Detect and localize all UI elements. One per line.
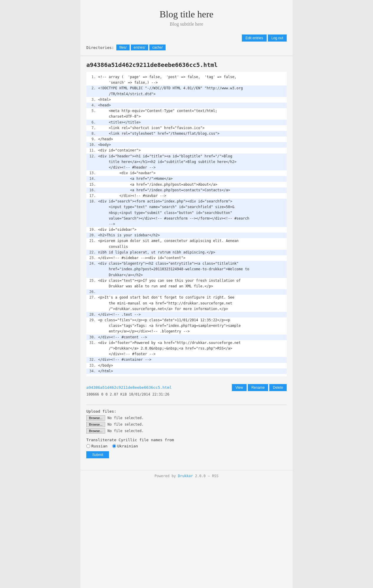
blog-title: Blog title here (86, 9, 287, 20)
upload-row-2: Browse... No file selected. (86, 422, 287, 427)
divider (80, 56, 293, 56)
code-line: 12.<div id="header"><h1 id="title"><a id… (86, 154, 287, 171)
line-number: 4. (86, 103, 98, 108)
line-content: <!DOCTYPE HTML PUBLIC "-//W3C//DTD HTML … (98, 85, 287, 97)
delete-button[interactable]: Delete (269, 384, 287, 391)
code-line: 7. <link rel="shortcut icon" href="favic… (86, 125, 287, 131)
line-number: 11. (86, 148, 98, 153)
radio-ukrainian-label[interactable]: Ukrainian (112, 444, 138, 448)
code-line: 30.</div><!-- #content --> (86, 335, 287, 340)
code-line: 34.</html> (86, 368, 287, 374)
line-content: <!-- array ( 'page' => false, 'post' => … (98, 74, 287, 85)
line-number: 17. (86, 193, 98, 199)
line-number: 34. (86, 368, 98, 374)
line-number: 28. (86, 312, 98, 317)
line-content: <title></title> (98, 120, 287, 125)
upload-row-3: Browse... No file selected. (86, 428, 287, 434)
line-number: 33. (86, 363, 98, 368)
line-number: 9. (86, 136, 98, 142)
main-content: a94386a51d462c9211de8eebe6636cc5.html 1.… (80, 58, 293, 464)
no-file-text-3: No file selected. (108, 429, 144, 433)
no-file-text-1: No file selected. (108, 416, 144, 420)
file-meta-section: a94386a51d462c9211de8eebe6636cc5.html Vi… (86, 381, 287, 402)
line-content: <p>It's a good start but don't forget to… (98, 295, 287, 312)
footer: Powered by Drukkar 2.0.0 – RSS (80, 470, 293, 482)
page-wrapper: Blog title here Blog subtitle here Edit … (80, 0, 293, 588)
line-number: 15. (86, 182, 98, 187)
line-number: 19. (86, 227, 98, 233)
code-line: 8. <link rel="stylesheet" href="/themes/… (86, 131, 287, 136)
file-info: 100666 0 0 2.07 KiB 10/01/2014 22:31:26 (86, 392, 287, 396)
line-number: 16. (86, 187, 98, 193)
code-line: 28.</div><!-- .text --> (86, 312, 287, 317)
radio-ukrainian-text: Ukrainian (117, 444, 138, 448)
code-line: 27.<p>It's a good start but don't forget… (86, 295, 287, 312)
code-line: 29.<p class="files"></p><p class="date">… (86, 317, 287, 335)
footer-text-after: 2.0.0 – RSS (193, 474, 219, 478)
no-file-text-2: No file selected. (108, 422, 144, 426)
line-content: <p class="files"></p><p class="date">11/… (98, 317, 287, 335)
line-number: 18. (86, 199, 98, 204)
code-block: 1.<!-- array ( 'page' => false, 'post' =… (86, 72, 287, 376)
line-number: 22. (86, 250, 98, 255)
line-number: 25. (86, 278, 98, 284)
code-line: 23.</div><!-- #sidebar --><div id="conte… (86, 255, 287, 261)
line-number: 26. (86, 289, 98, 295)
submit-button[interactable]: Submit (86, 451, 109, 458)
code-line: 15. <a href="/index.php?post=about">Abou… (86, 182, 287, 187)
dir-entries-button[interactable]: entries/ (131, 45, 148, 50)
line-content: </div><!-- #container --> (98, 357, 287, 363)
log-out-button[interactable]: Log out (268, 34, 287, 42)
code-line: 5. <meta http-equiv="Content-Type" conte… (86, 108, 287, 119)
header: Blog title here Blog subtitle here (80, 0, 293, 33)
code-line: 14. <a href="/">Home</a> (86, 176, 287, 182)
file-meta-link[interactable]: a94386a51d462c9211de8eebe6636cc5.html (86, 385, 172, 390)
line-content: <body> (98, 142, 287, 148)
line-number: 27. (86, 295, 98, 300)
line-number: 14. (86, 176, 98, 182)
radio-ukrainian[interactable] (112, 444, 116, 448)
line-number: 3. (86, 97, 98, 103)
view-button[interactable]: View (232, 384, 247, 391)
code-line: 20.<h2>This is your sidebar</h2> (86, 233, 287, 238)
code-line: 6. <title></title> (86, 120, 287, 125)
line-content: <link rel="stylesheet" href="/themes/fla… (98, 131, 287, 136)
line-content: <h2>This is your sidebar</h2> (98, 233, 287, 238)
line-content: <a href="/">Home</a> (98, 176, 287, 182)
line-number: 1. (86, 74, 98, 80)
line-number: 12. (86, 154, 98, 159)
line-number: 7. (86, 125, 98, 131)
code-line: 33.</body> (86, 363, 287, 368)
code-line: 26. (86, 289, 287, 295)
line-content: </div><!-- #navbar --> (98, 193, 287, 199)
line-content: <p>Lorem ipsum dolor sit amet, consectet… (98, 238, 287, 249)
code-line: 25.<div class="text"><p>If you can see t… (86, 278, 287, 289)
line-content: </div><!-- #sidebar --><div id="content"… (98, 255, 287, 261)
upload-label: Upload files: (86, 409, 287, 414)
line-number: 5. (86, 108, 98, 114)
browse-button-2[interactable]: Browse... (86, 422, 105, 427)
code-line: 3.<html> (86, 97, 287, 103)
file-title: a94386a51d462c9211de8eebe6636cc5.html (86, 61, 287, 68)
line-number: 6. (86, 120, 98, 125)
line-number: 23. (86, 255, 98, 261)
radio-russian-text: Russian (91, 444, 108, 448)
footer-drukkar-link[interactable]: Drukkar (178, 474, 193, 478)
line-content: <div class="blogentry"><h2 class="entryt… (98, 261, 287, 278)
radio-russian[interactable] (86, 444, 90, 448)
dir-files-button[interactable]: files/ (116, 45, 130, 50)
blog-subtitle: Blog subtitle here (86, 22, 287, 27)
line-number: 24. (86, 261, 98, 266)
browse-button-3[interactable]: Browse... (86, 428, 105, 434)
radio-russian-label[interactable]: Russian (86, 444, 108, 448)
browse-button-1[interactable]: Browse... (86, 415, 105, 421)
code-line: 11.<div id="container"> (86, 148, 287, 153)
line-number: 29. (86, 317, 98, 323)
transliterate-section: Transliterate Cyrillic file names from R… (86, 438, 287, 458)
rename-button[interactable]: Rename (248, 384, 268, 391)
line-number: 2. (86, 85, 98, 91)
dir-cache-button[interactable]: cache/ (149, 45, 166, 50)
edit-entries-button[interactable]: Edit entries (242, 34, 267, 42)
upload-row-1: Browse... No file selected. (86, 415, 287, 421)
line-number: 32. (86, 357, 98, 363)
